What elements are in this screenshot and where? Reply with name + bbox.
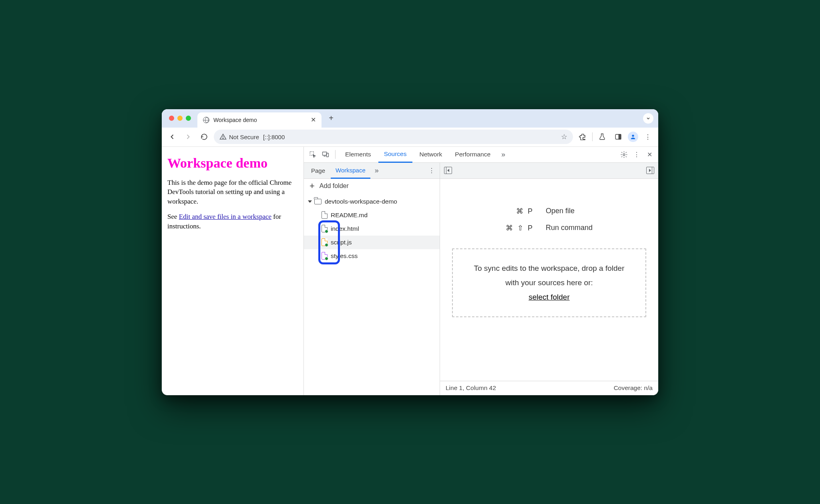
- folder-icon: [314, 199, 322, 204]
- navigator-pane: Page Workspace » ⋮ + Add folder: [304, 163, 440, 395]
- tree-file-index[interactable]: index.html: [304, 222, 440, 236]
- separator: [592, 132, 593, 141]
- tabs-dropdown[interactable]: [643, 113, 653, 124]
- tree-folder[interactable]: devtools-workspace-demo: [304, 195, 440, 208]
- browser-toolbar: Not Secure [::]:8000 ☆ ⋮: [162, 128, 658, 147]
- file-tree: devtools-workspace-demo README.md index.…: [304, 193, 440, 264]
- workspace-dropzone[interactable]: To sync edits to the workspace, drop a f…: [452, 248, 646, 317]
- back-button[interactable]: [166, 130, 179, 143]
- file-icon-html: [322, 225, 328, 232]
- svg-point-6: [632, 135, 634, 137]
- devtools-body: Page Workspace » ⋮ + Add folder: [304, 163, 658, 395]
- file-label: script.js: [331, 239, 352, 246]
- titlebar: Workspace demo ✕ +: [162, 109, 658, 128]
- extensions-icon[interactable]: [576, 130, 589, 143]
- file-label: README.md: [331, 212, 368, 219]
- more-tabs-icon[interactable]: »: [498, 149, 509, 160]
- editor-pane: ⌘ P Open file ⌘ ⇧ P Run command To sync …: [440, 163, 658, 395]
- page-paragraph-2: See Edit and save files in a workspace f…: [167, 212, 298, 231]
- close-window[interactable]: [169, 116, 174, 121]
- browser-menu-icon[interactable]: ⋮: [641, 130, 654, 143]
- security-chip[interactable]: Not Secure: [219, 133, 259, 140]
- content-area: Workspace demo This is the demo page for…: [162, 147, 658, 395]
- navigator-tab-page[interactable]: Page: [306, 163, 330, 179]
- tree-file-styles[interactable]: styles.css: [304, 249, 440, 263]
- shortcut-keys: ⌘ P: [506, 207, 534, 216]
- new-tab-button[interactable]: +: [326, 113, 337, 124]
- side-panel-icon[interactable]: [612, 130, 625, 143]
- cursor-position: Line 1, Column 42: [446, 384, 496, 392]
- globe-icon: [203, 117, 209, 123]
- inspect-icon[interactable]: [307, 149, 318, 160]
- url-text: [::]:8000: [263, 134, 285, 140]
- devtools-menu-icon[interactable]: ⋮: [631, 149, 642, 160]
- browser-window: Workspace demo ✕ + Not Secure [::]:8000 …: [162, 109, 658, 395]
- file-label: index.html: [331, 225, 359, 232]
- bookmark-icon[interactable]: ☆: [561, 132, 567, 141]
- editor-body: ⌘ P Open file ⌘ ⇧ P Run command To sync …: [440, 179, 658, 381]
- file-label: styles.css: [331, 252, 358, 260]
- svg-point-1: [223, 138, 223, 139]
- navigator-more-icon[interactable]: »: [371, 165, 382, 176]
- minimize-window[interactable]: [177, 116, 183, 121]
- add-folder-label: Add folder: [320, 182, 349, 190]
- dropzone-text: To sync edits to the workspace, drop a f…: [469, 261, 629, 290]
- separator: [335, 150, 336, 159]
- page-heading: Workspace demo: [167, 156, 298, 171]
- file-icon-js: [322, 238, 328, 246]
- page-paragraph-1: This is the demo page for the official C…: [167, 178, 298, 206]
- add-folder-button[interactable]: + Add folder: [304, 179, 440, 193]
- navigator-tabs: Page Workspace » ⋮: [304, 163, 440, 179]
- shortcut-label: Run command: [546, 224, 593, 232]
- plus-icon: +: [310, 181, 315, 191]
- folder-label: devtools-workspace-demo: [325, 198, 397, 205]
- navigator-tab-workspace[interactable]: Workspace: [331, 163, 370, 179]
- file-icon: [322, 211, 328, 219]
- browser-tab[interactable]: Workspace demo ✕: [197, 112, 322, 128]
- maximize-window[interactable]: [186, 116, 191, 121]
- tab-title: Workspace demo: [213, 117, 307, 123]
- toggle-navigator-icon[interactable]: [444, 167, 452, 174]
- profile-avatar[interactable]: [628, 132, 638, 142]
- window-controls: [167, 116, 193, 121]
- svg-rect-8: [323, 152, 327, 155]
- device-toggle-icon[interactable]: [320, 149, 331, 160]
- file-icon-css: [322, 252, 328, 260]
- select-folder-link[interactable]: select folder: [529, 293, 569, 301]
- close-devtools-icon[interactable]: ✕: [644, 149, 655, 160]
- shortcut-label: Open file: [546, 207, 593, 215]
- tab-performance[interactable]: Performance: [449, 147, 496, 163]
- tree-file-readme[interactable]: README.md: [304, 208, 440, 222]
- editor-statusbar: Line 1, Column 42 Coverage: n/a: [440, 381, 658, 395]
- tab-elements[interactable]: Elements: [340, 147, 377, 163]
- tab-network[interactable]: Network: [414, 147, 448, 163]
- coverage-status: Coverage: n/a: [614, 384, 653, 392]
- address-bar[interactable]: Not Secure [::]:8000 ☆: [214, 130, 573, 144]
- expand-icon: [308, 200, 312, 203]
- labs-icon[interactable]: [596, 130, 609, 143]
- security-label: Not Secure: [229, 134, 259, 140]
- devtools: Elements Sources Network Performance » ⋮…: [304, 147, 658, 395]
- shortcut-hints: ⌘ P Open file ⌘ ⇧ P Run command: [506, 207, 593, 232]
- shortcut-keys: ⌘ ⇧ P: [506, 224, 534, 232]
- svg-point-11: [623, 154, 625, 156]
- editor-toolbar: [440, 163, 658, 179]
- tutorial-link[interactable]: Edit and save files in a workspace: [179, 213, 271, 220]
- navigator-menu-icon[interactable]: ⋮: [426, 165, 437, 176]
- devtools-tabbar: Elements Sources Network Performance » ⋮…: [304, 147, 658, 163]
- close-tab-icon[interactable]: ✕: [311, 116, 316, 124]
- settings-icon[interactable]: [618, 149, 629, 160]
- tree-file-script[interactable]: script.js: [304, 236, 440, 249]
- forward-button[interactable]: [182, 130, 195, 143]
- toggle-debugger-icon[interactable]: [646, 167, 654, 174]
- tab-sources[interactable]: Sources: [378, 147, 412, 163]
- reload-button[interactable]: [198, 130, 211, 143]
- svg-rect-5: [619, 134, 621, 139]
- rendered-page: Workspace demo This is the demo page for…: [162, 147, 304, 395]
